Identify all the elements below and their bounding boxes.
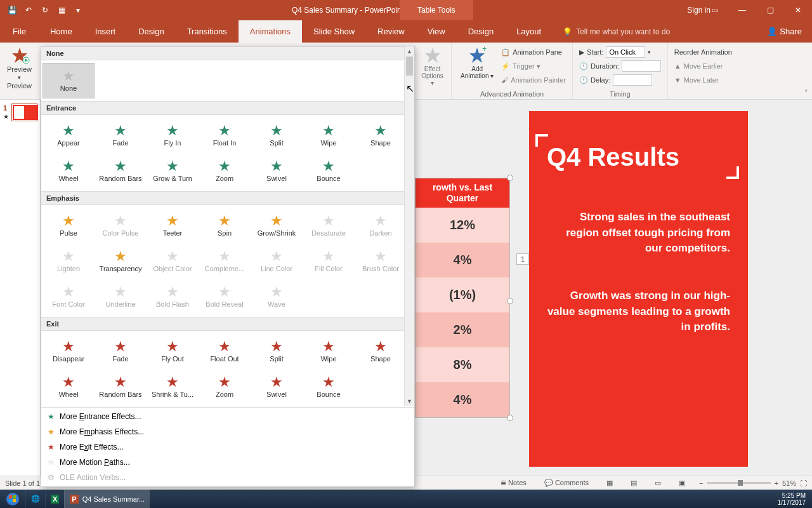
animation-bounce[interactable]: ★Bounce xyxy=(303,153,355,189)
animation-float-out[interactable]: ★Float Out xyxy=(199,333,251,369)
start-button[interactable] xyxy=(0,490,25,508)
animation-wheel[interactable]: ★Wheel xyxy=(43,153,95,189)
animation-label: Grow/Shrink xyxy=(258,229,296,237)
slideshow-view-icon[interactable]: ▣ xyxy=(675,479,689,487)
animation-wipe[interactable]: ★Wipe xyxy=(303,333,355,369)
delay-input[interactable] xyxy=(613,74,652,86)
gallery-scrollbar[interactable]: ▲▼ xyxy=(404,46,414,406)
tab-file[interactable]: File xyxy=(0,20,39,43)
animation-label: Appear xyxy=(57,139,79,147)
animation-random-bars[interactable]: ★Random Bars xyxy=(95,153,147,189)
selection-handle[interactable] xyxy=(507,415,513,421)
animation-appear[interactable]: ★Appear xyxy=(43,117,95,153)
animation-fade[interactable]: ★Fade xyxy=(95,333,147,369)
more-entrance-effects[interactable]: ★More Entrance Effects... xyxy=(41,409,414,424)
system-tray[interactable]: 5:25 PM 1/17/2017 xyxy=(771,492,813,506)
selection-handle[interactable] xyxy=(507,298,513,304)
more-emphasis-effects[interactable]: ★More Emphasis Effects... xyxy=(41,424,414,439)
preview-button[interactable]: Preview ▾ xyxy=(3,45,36,82)
animation-pane-button[interactable]: 📋 Animation Pane xyxy=(501,45,566,59)
tab-view[interactable]: View xyxy=(416,20,457,43)
taskbar-powerpoint[interactable]: PQ4 Sales Summar... xyxy=(64,490,150,508)
notes-button[interactable]: ≣ Notes xyxy=(497,479,530,487)
tab-home[interactable]: Home xyxy=(39,20,84,43)
animation-fly-in[interactable]: ★Fly In xyxy=(147,117,199,153)
tab-slideshow[interactable]: Slide Show xyxy=(302,20,366,43)
redo-icon[interactable]: ↻ xyxy=(38,3,52,17)
animation-split[interactable]: ★Split xyxy=(251,333,303,369)
tab-animations[interactable]: Animations xyxy=(239,20,302,43)
tab-table-layout[interactable]: Layout xyxy=(505,20,553,43)
taskbar-excel[interactable]: X xyxy=(45,490,64,508)
fit-to-window-icon[interactable]: ⛶ xyxy=(800,479,807,487)
animation-shrink-tu-[interactable]: ★Shrink & Tu... xyxy=(147,369,199,404)
add-animation-button[interactable]: + AddAnimation ▾ xyxy=(458,45,496,81)
zoom-slider[interactable] xyxy=(707,482,771,484)
star-icon: ★ xyxy=(374,124,387,138)
animation-zoom[interactable]: ★Zoom xyxy=(199,369,251,404)
selection-handle[interactable] xyxy=(507,175,513,181)
animation-shape[interactable]: ★Shape xyxy=(355,117,407,153)
maximize-icon[interactable]: ▢ xyxy=(756,0,784,20)
animation-none[interactable]: ★None xyxy=(43,63,95,98)
animation-grow-shrink[interactable]: ★Grow/Shrink xyxy=(251,208,303,243)
tab-review[interactable]: Review xyxy=(366,20,416,43)
move-earlier-label: Move Earlier xyxy=(684,62,723,70)
animation-zoom[interactable]: ★Zoom xyxy=(199,153,251,189)
animation-split[interactable]: ★Split xyxy=(251,117,303,153)
slide-thumbnail-1[interactable]: 1 ★ xyxy=(11,104,37,121)
tab-table-design[interactable]: Design xyxy=(457,20,505,43)
animation-fade[interactable]: ★Fade xyxy=(95,117,147,153)
star-icon: ★ xyxy=(322,159,335,173)
close-icon[interactable]: ✕ xyxy=(784,0,812,20)
star-icon: ★ xyxy=(270,214,283,228)
undo-icon[interactable]: ↶ xyxy=(22,3,36,17)
more-exit-effects[interactable]: ★More Exit Effects... xyxy=(41,439,414,455)
clock-time: 5:25 PM xyxy=(778,492,806,499)
tab-insert[interactable]: Insert xyxy=(84,20,128,43)
animation-swivel[interactable]: ★Swivel xyxy=(251,369,303,404)
animation-transparency[interactable]: ★Transparency xyxy=(95,243,147,279)
tab-design[interactable]: Design xyxy=(127,20,175,43)
animation-fly-out[interactable]: ★Fly Out xyxy=(147,333,199,369)
animation-label: Wipe xyxy=(320,355,336,363)
animation-fill-color: ★Fill Color xyxy=(303,243,355,279)
comments-button[interactable]: 💬 Comments xyxy=(540,479,593,487)
animation-swivel[interactable]: ★Swivel xyxy=(251,153,303,189)
share-button[interactable]: 👤Share xyxy=(757,20,812,43)
animation-bounce[interactable]: ★Bounce xyxy=(303,369,355,404)
animation-wipe[interactable]: ★Wipe xyxy=(303,117,355,153)
normal-view-icon[interactable]: ▦ xyxy=(603,479,617,487)
more-motion-paths[interactable]: ☆More Motion Paths... xyxy=(41,455,414,470)
results-text-box[interactable]: Q4 Results Strong sales in the southeast… xyxy=(529,111,748,467)
star-icon: ★ xyxy=(270,375,283,389)
animation-label: Underline xyxy=(105,300,135,308)
slideshow-start-icon[interactable]: ▦ xyxy=(55,3,69,17)
zoom-out-button[interactable]: − xyxy=(699,479,703,487)
minimize-icon[interactable]: — xyxy=(728,0,756,20)
ribbon-display-icon[interactable]: ▭ xyxy=(700,0,728,20)
animation-order-tag[interactable]: 1 xyxy=(516,253,529,265)
animation-pulse[interactable]: ★Pulse xyxy=(43,208,95,243)
sorter-view-icon[interactable]: ▤ xyxy=(627,479,641,487)
animation-float-in[interactable]: ★Float In xyxy=(199,117,251,153)
taskbar-chrome[interactable]: 🌐 xyxy=(25,490,45,508)
animation-disappear[interactable]: ★Disappear xyxy=(43,333,95,369)
save-icon[interactable]: 💾 xyxy=(5,3,19,17)
animation-teeter[interactable]: ★Teeter xyxy=(147,208,199,243)
start-dropdown[interactable] xyxy=(606,46,645,58)
qat-more-icon[interactable]: ▾ xyxy=(71,3,85,17)
star-icon: ★ xyxy=(166,214,179,228)
tell-me-search[interactable]: 💡Tell me what you want to do xyxy=(553,20,757,43)
duration-input[interactable] xyxy=(622,60,661,72)
tab-transitions[interactable]: Transitions xyxy=(176,20,239,43)
animation-random-bars[interactable]: ★Random Bars xyxy=(95,369,147,404)
animation-shape[interactable]: ★Shape xyxy=(355,333,407,369)
zoom-in-button[interactable]: + xyxy=(775,479,778,487)
animation-grow-turn[interactable]: ★Grow & Turn xyxy=(147,153,199,189)
slide-table[interactable]: rowth vs. Last Quarter 12%4%(1%)2%8%4% xyxy=(415,178,510,418)
animation-spin[interactable]: ★Spin xyxy=(199,208,251,243)
collapse-ribbon-icon[interactable]: ˄ xyxy=(804,89,808,97)
reading-view-icon[interactable]: ▭ xyxy=(651,479,665,487)
animation-wheel[interactable]: ★Wheel xyxy=(43,369,95,404)
